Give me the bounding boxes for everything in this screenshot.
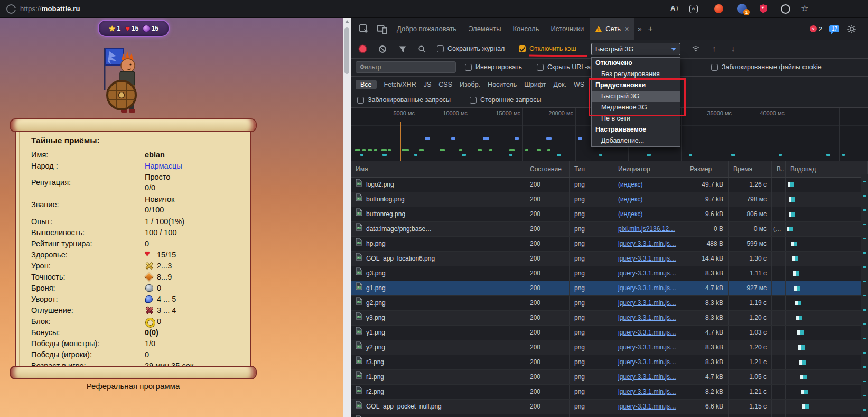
extension-red-icon[interactable]	[714, 4, 723, 13]
column-header[interactable]: Время	[729, 161, 772, 177]
network-request-row[interactable]: g1.png200pngjquery-3.3.1.min.js…4.7 kB92…	[351, 281, 868, 296]
translate-icon[interactable]	[689, 5, 698, 13]
initiator-link[interactable]: jquery-3.3.1.min.js…	[618, 344, 676, 351]
network-request-row[interactable]: g3.png200pngjquery-3.3.1.min.js…8.3 kB1.…	[351, 266, 868, 281]
network-request-row[interactable]: y2.png200pngjquery-3.3.1.min.js…8.3 kB1.…	[351, 340, 868, 355]
initiator-link[interactable]: jquery-3.3.1.min.js…	[618, 388, 676, 395]
device-toolbar-icon[interactable]	[377, 24, 387, 34]
initiator-link[interactable]: jquery-3.3.1.min.js…	[618, 358, 676, 366]
tab-elements[interactable]: Элементы	[462, 18, 507, 40]
network-request-row[interactable]: r2.png200pngjquery-3.3.1.min.js…8.2 kB1.…	[351, 385, 868, 400]
type-filter-chip[interactable]: Изобр.	[460, 81, 480, 88]
column-header[interactable]: Инициатор	[613, 161, 685, 177]
gear-icon[interactable]	[847, 24, 856, 34]
read-aloud-icon[interactable]	[669, 4, 680, 14]
add-tab-icon[interactable]	[648, 24, 653, 34]
type-filter-chip[interactable]: Все	[356, 80, 377, 89]
network-request-row[interactable]: buttonreg.png200png(индекс)9.6 kB806 мс	[351, 207, 868, 222]
column-header[interactable]: Размер	[685, 161, 729, 177]
filter-icon[interactable]	[398, 45, 407, 53]
tab-close-icon[interactable]	[624, 25, 629, 33]
search-icon[interactable]	[418, 45, 426, 53]
network-request-row[interactable]: g2.png200pngjquery-3.3.1.min.js…8.3 kB1.…	[351, 296, 868, 311]
type-filter-chip[interactable]: Док.	[553, 81, 566, 88]
referral-program-link[interactable]: Реферальная программа	[10, 382, 257, 391]
throttle-option[interactable]: Быстрый 3G	[592, 91, 680, 102]
type-filter-chip[interactable]: Fetch/XHR	[384, 81, 416, 88]
throttle-option[interactable]: Не в сети	[592, 113, 680, 124]
initiator-link[interactable]: jquery-3.3.1.min.js…	[618, 284, 676, 292]
tab-welcome[interactable]: Добро пожаловать	[391, 18, 462, 40]
network-conditions-icon[interactable]	[692, 44, 700, 53]
initiator-link[interactable]: jquery-3.3.1.min.js…	[618, 329, 676, 336]
invert-checkbox[interactable]	[465, 64, 472, 71]
favorites-icon[interactable]	[801, 4, 811, 14]
tab-console[interactable]: Консоль	[507, 18, 545, 40]
column-header[interactable]: Состояние	[525, 161, 570, 177]
initiator-link[interactable]: jquery-3.3.1.min.js…	[618, 314, 676, 321]
address-bar[interactable]: https://mobattle.ru	[20, 5, 80, 13]
messages-badge[interactable]: 17	[829, 25, 839, 32]
initiator-link[interactable]: jquery-3.3.1.min.js…	[618, 373, 676, 381]
request-filter-checkbox[interactable]	[470, 97, 477, 104]
network-request-row[interactable]: r1.png200pngjquery-3.3.1.min.js…4.7 kB1.…	[351, 370, 868, 385]
column-header[interactable]: Имя	[351, 161, 525, 177]
page-scrollbar[interactable]	[343, 18, 351, 417]
network-request-row[interactable]: y3.png200pngjquery-3.3.1.min.js…8.3 kB1.…	[351, 311, 868, 326]
extension-circle-icon[interactable]	[781, 4, 790, 14]
table-scrollbar[interactable]	[861, 174, 868, 417]
site-info-icon[interactable]	[6, 4, 16, 14]
throttle-option[interactable]: Добавление...	[592, 135, 680, 146]
network-request-row[interactable]: y1.png200pngjquery-3.3.1.min.js…4.7 kB1.…	[351, 326, 868, 340]
scrollbar-up-arrow[interactable]	[345, 20, 349, 23]
filter-input[interactable]	[356, 61, 456, 73]
throttle-option[interactable]: Без регулирования	[592, 69, 680, 80]
export-har-icon[interactable]	[712, 44, 716, 53]
network-request-row[interactable]: buttonlog.png200png(индекс)9.7 kB798 мс	[351, 192, 868, 207]
network-request-row[interactable]: data:image/png;base…200pngpixi.min.js?13…	[351, 222, 868, 237]
network-request-row[interactable]: logo2.png200png(индекс)49.7 kB1.26 с	[351, 178, 868, 192]
preserve-log-checkbox[interactable]	[437, 45, 444, 52]
disable-cache-checkbox[interactable]	[519, 45, 526, 52]
type-filter-chip[interactable]: JS	[424, 81, 432, 88]
network-request-row[interactable]: r3.png200pngjquery-3.3.1.min.js…8.3 kB1.…	[351, 355, 868, 370]
hide-data-urls-checkbox[interactable]	[537, 64, 544, 71]
clear-icon[interactable]	[378, 45, 387, 53]
type-filter-chip[interactable]: CSS	[438, 81, 452, 88]
initiator-link[interactable]: (индекс)	[618, 196, 642, 203]
blocked-cookies-checkbox[interactable]	[711, 64, 718, 71]
column-header[interactable]: В...	[772, 161, 786, 177]
type-filter-chip[interactable]: Носитель	[488, 81, 517, 88]
profile-avatar[interactable]: 1	[737, 4, 747, 14]
network-request-row[interactable]: hp.png200pngjquery-3.3.1.min.js…488 B599…	[351, 237, 868, 252]
errors-badge[interactable]: 2	[810, 25, 822, 32]
tab-sources[interactable]: Источники	[545, 18, 590, 40]
throttling-select[interactable]: Быстрый 3G	[591, 43, 680, 55]
column-header[interactable]: Тип	[570, 161, 613, 177]
scrollbar-thumb[interactable]	[344, 27, 349, 74]
throttle-option[interactable]: Медленное 3G	[592, 102, 680, 113]
network-request-row[interactable]: GOL_app_location6.png200pngjquery-3.3.1.…	[351, 252, 868, 266]
initiator-link[interactable]: (индекс)	[618, 181, 642, 188]
shield-extension-icon[interactable]	[759, 4, 768, 13]
column-header[interactable]: Водопад	[786, 161, 868, 177]
initiator-link[interactable]: jquery-3.3.1.min.js…	[618, 240, 676, 247]
record-button[interactable]	[359, 45, 366, 52]
type-filter-chip[interactable]: Шрифт	[524, 81, 546, 88]
initiator-link[interactable]: pixi.min.js?136.12…	[618, 225, 675, 233]
network-request-row[interactable]: GOL_app_pocket.png200pngjquery-3.3.1.min…	[351, 414, 868, 417]
initiator-link[interactable]: jquery-3.3.1.min.js…	[618, 403, 676, 410]
tab-network[interactable]: Сеть	[590, 18, 634, 40]
more-tabs-icon[interactable]	[638, 25, 641, 33]
stat-value-text[interactable]: 0(0)	[145, 328, 158, 337]
stat-value-text[interactable]: Нармасцы	[145, 162, 182, 170]
inspect-element-icon[interactable]	[359, 24, 369, 34]
import-har-icon[interactable]	[731, 44, 735, 53]
initiator-link[interactable]: jquery-3.3.1.min.js…	[618, 270, 676, 277]
network-request-row[interactable]: GOL_app_pocket_null.png200pngjquery-3.3.…	[351, 400, 868, 414]
type-filter-chip[interactable]: WS	[574, 81, 584, 88]
request-filter-checkbox[interactable]	[357, 97, 364, 104]
initiator-link[interactable]: jquery-3.3.1.min.js…	[618, 255, 676, 262]
initiator-link[interactable]: (индекс)	[618, 210, 642, 218]
initiator-link[interactable]: jquery-3.3.1.min.js…	[618, 299, 676, 307]
